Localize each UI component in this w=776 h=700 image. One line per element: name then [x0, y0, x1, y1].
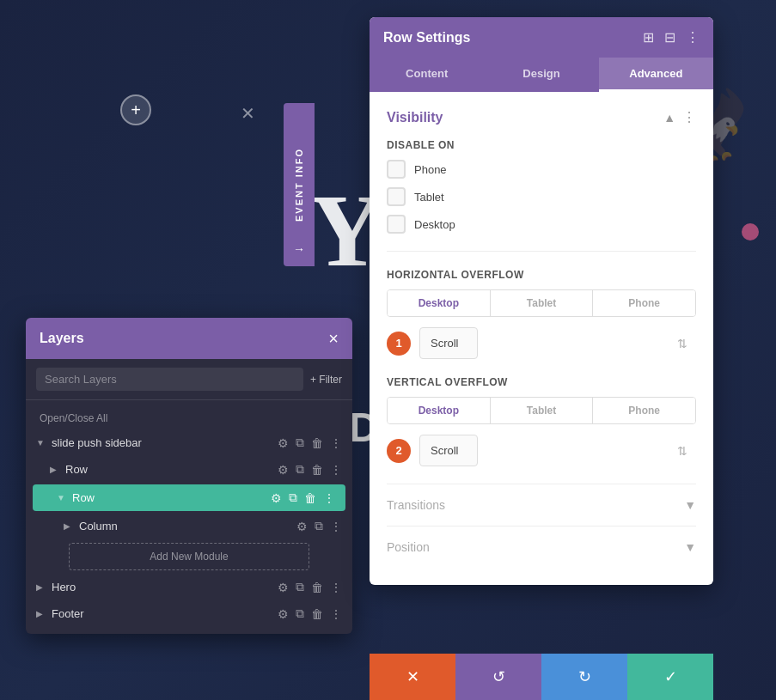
- settings-icon[interactable]: ⚙: [278, 436, 289, 450]
- settings-icon[interactable]: ⚙: [271, 491, 282, 505]
- more-icon[interactable]: ⋮: [330, 436, 342, 450]
- layer-item-column[interactable]: ▶ Column ⚙ ⧉ ⋮: [26, 513, 352, 539]
- layer-item-hero[interactable]: ▶ Hero ⚙ ⧉ 🗑 ⋮: [26, 574, 352, 600]
- layer-icons: ⚙ ⧉ 🗑 ⋮: [278, 606, 342, 621]
- duplicate-icon[interactable]: ⧉: [296, 435, 304, 450]
- step-2-badge: 2: [387, 439, 411, 463]
- add-new-module-button[interactable]: Add New Module: [69, 543, 309, 570]
- layer-item-row-2[interactable]: ▼ Row ⚙ ⧉ 🗑 ⋮: [33, 484, 345, 511]
- duplicate-icon[interactable]: ⧉: [289, 490, 297, 505]
- horizontal-overflow-select[interactable]: Scroll Hidden Visible Auto: [419, 327, 478, 359]
- delete-icon[interactable]: 🗑: [304, 491, 316, 505]
- v-overflow-phone-tab[interactable]: Phone: [593, 398, 695, 423]
- transitions-expand-button[interactable]: ▼: [684, 498, 696, 512]
- transitions-section: Transitions ▼: [387, 484, 696, 526]
- row-settings-tabs: Content Design Advanced: [370, 58, 713, 92]
- vertical-overflow-label: Vertical Overflow: [387, 376, 696, 388]
- phone-label: Phone: [414, 163, 447, 176]
- phone-checkbox[interactable]: [387, 160, 406, 179]
- add-row-button[interactable]: +: [120, 94, 151, 125]
- close-canvas-button[interactable]: ✕: [241, 103, 255, 124]
- settings-icon[interactable]: ⚙: [278, 463, 289, 477]
- position-section: Position ▼: [387, 526, 696, 568]
- desktop-label: Desktop: [414, 218, 455, 231]
- layer-icons: ⚙ ⧉ 🗑 ⋮: [278, 435, 342, 450]
- more-icon[interactable]: ⋮: [330, 581, 342, 594]
- layer-item-slide-push-sidebar[interactable]: ▼ slide push sidebar ⚙ ⧉ 🗑 ⋮: [26, 429, 352, 456]
- cancel-button[interactable]: ✕: [370, 654, 455, 700]
- columns-icon[interactable]: ⊟: [664, 29, 675, 46]
- layer-name: Footer: [52, 607, 272, 620]
- tablet-label: Tablet: [414, 191, 444, 204]
- layer-name: slide push sidebar: [52, 436, 272, 449]
- row-settings-body: Visibility ▲ ⋮ Disable on Phone Tablet D…: [370, 92, 713, 585]
- layer-toggle-icon: ▶: [36, 609, 46, 618]
- tab-design[interactable]: Design: [484, 58, 598, 92]
- more-icon[interactable]: ⋮: [330, 607, 342, 621]
- tab-content[interactable]: Content: [370, 58, 484, 92]
- delete-icon[interactable]: 🗑: [311, 581, 323, 594]
- duplicate-icon[interactable]: ⧉: [296, 462, 304, 477]
- layers-filter-button[interactable]: + Filter: [310, 374, 342, 386]
- layer-name: Column: [79, 520, 291, 533]
- vertical-overflow-select[interactable]: Scroll Hidden Visible Auto: [419, 435, 478, 466]
- more-icon[interactable]: ⋮: [323, 491, 335, 505]
- v-overflow-tablet-tab[interactable]: Tablet: [491, 398, 594, 423]
- layer-icons: ⚙ ⧉ 🗑 ⋮: [278, 580, 342, 594]
- more-options-icon[interactable]: ⋮: [686, 29, 700, 46]
- layers-search-row: + Filter: [26, 359, 352, 400]
- duplicate-icon[interactable]: ⧉: [296, 606, 304, 621]
- more-icon[interactable]: ⋮: [330, 520, 342, 533]
- duplicate-icon[interactable]: ⧉: [315, 519, 323, 533]
- more-icon[interactable]: ⋮: [330, 463, 342, 477]
- visibility-collapse-button[interactable]: ▲: [663, 111, 675, 125]
- h-overflow-desktop-tab[interactable]: Desktop: [388, 290, 491, 316]
- event-info-tab[interactable]: EVENT INFO →: [284, 103, 315, 266]
- deco-circle: [742, 223, 759, 240]
- layers-list: Open/Close All ▼ slide push sidebar ⚙ ⧉ …: [26, 400, 352, 634]
- horizontal-overflow-select-row: 1 Scroll Hidden Visible Auto: [387, 327, 696, 359]
- resize-icon[interactable]: ⊞: [643, 29, 654, 46]
- v-overflow-desktop-tab[interactable]: Desktop: [388, 398, 491, 423]
- position-expand-button[interactable]: ▼: [684, 540, 696, 554]
- action-bar: ✕ ↺ ↻ ✓: [370, 654, 713, 700]
- redo-button[interactable]: ↻: [541, 654, 627, 700]
- layer-item-footer[interactable]: ▶ Footer ⚙ ⧉ 🗑 ⋮: [26, 600, 352, 627]
- tab-advanced[interactable]: Advanced: [599, 58, 713, 92]
- layer-item-row-1[interactable]: ▶ Row ⚙ ⧉ 🗑 ⋮: [26, 456, 352, 483]
- delete-icon[interactable]: 🗑: [311, 436, 323, 450]
- position-title: Position: [387, 540, 430, 554]
- visibility-options-button[interactable]: ⋮: [682, 109, 696, 125]
- transitions-title: Transitions: [387, 498, 445, 512]
- visibility-section-controls: ▲ ⋮: [663, 109, 696, 125]
- layers-close-button[interactable]: ×: [328, 330, 339, 347]
- layer-name: Row: [72, 491, 266, 504]
- settings-icon[interactable]: ⚙: [296, 520, 308, 533]
- event-info-label: EVENT INFO: [294, 148, 304, 222]
- duplicate-icon[interactable]: ⧉: [296, 580, 304, 594]
- layer-toggle-icon: ▼: [57, 493, 67, 502]
- layers-open-close-button[interactable]: Open/Close All: [26, 407, 352, 429]
- layer-toggle-icon: ▼: [36, 438, 46, 447]
- row-settings-title: Row Settings: [383, 30, 470, 46]
- desktop-checkbox[interactable]: [387, 215, 406, 234]
- tablet-checkbox[interactable]: [387, 187, 406, 206]
- layer-name: Row: [65, 463, 272, 476]
- horizontal-overflow-label: Horizontal Overflow: [387, 269, 696, 281]
- disable-desktop-row: Desktop: [387, 215, 696, 234]
- undo-button[interactable]: ↺: [455, 654, 541, 700]
- layer-icons: ⚙ ⧉ 🗑 ⋮: [278, 462, 342, 477]
- layer-icons: ⚙ ⧉ ⋮: [296, 519, 342, 533]
- h-overflow-phone-tab[interactable]: Phone: [593, 290, 695, 316]
- settings-icon[interactable]: ⚙: [278, 607, 289, 621]
- row-settings-header: Row Settings ⊞ ⊟ ⋮: [370, 17, 713, 58]
- delete-icon[interactable]: 🗑: [311, 607, 323, 621]
- layers-search-input[interactable]: [36, 368, 303, 391]
- layer-icons: ⚙ ⧉ 🗑 ⋮: [271, 490, 335, 505]
- confirm-button[interactable]: ✓: [627, 654, 713, 700]
- layers-header: Layers ×: [26, 318, 352, 359]
- step-1-badge: 1: [387, 332, 411, 356]
- settings-icon[interactable]: ⚙: [278, 581, 289, 594]
- h-overflow-tablet-tab[interactable]: Tablet: [491, 290, 594, 316]
- delete-icon[interactable]: 🗑: [311, 463, 323, 477]
